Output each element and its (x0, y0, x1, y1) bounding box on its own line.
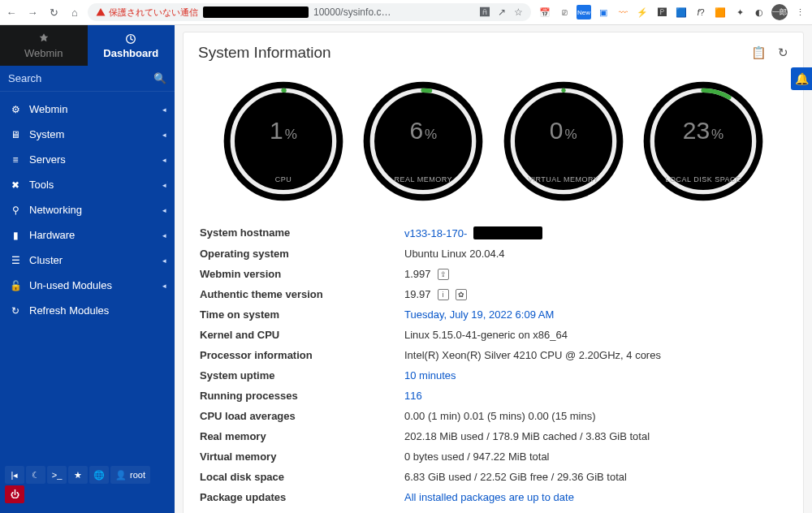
update-icon[interactable]: ⇪ (438, 269, 449, 280)
disk-value: 6.83 GiB used / 22.52 GiB free / 29.36 G… (404, 471, 627, 483)
chevron-left-icon: ◂ (162, 282, 166, 290)
layers-icon: ☰ (10, 255, 21, 266)
nav-servers[interactable]: ≡Servers◂ (0, 147, 175, 172)
url-redacted (203, 6, 309, 18)
bottom-bar: |◂ ☾ >_ ★ 🌐 👤root ⏻ (0, 459, 175, 513)
gear-icon: ⚙ (10, 104, 21, 115)
chevron-left-icon: ◂ (162, 256, 166, 265)
cpu-value: Intel(R) Xeon(R) Silver 4210 CPU @ 2.20G… (404, 349, 661, 361)
vmem-value: 0 bytes used / 947.22 MiB total (404, 450, 550, 463)
chevron-left-icon: ◂ (162, 231, 166, 239)
sidebar: Webmin Dashboard 🔍 ⚙Webmin◂ 🖥System◂ ≡Se… (0, 25, 175, 513)
security-warning-icon: 保護されていない通信 (96, 6, 198, 19)
chevron-left-icon: ◂ (162, 156, 166, 164)
star-icon[interactable]: ☆ (514, 6, 523, 18)
logout-button[interactable]: ⏻ (5, 485, 24, 503)
night-mode-button[interactable]: ☾ (26, 466, 45, 484)
kernel-value: Linux 5.15.0-41-generic on x86_64 (404, 329, 568, 341)
ext-icon[interactable]: 🟧 (713, 5, 728, 19)
ext-icon[interactable]: ▣ (596, 5, 611, 19)
pkg-value[interactable]: All installed packages are up to date (404, 491, 574, 503)
ext-icon-new[interactable]: New (577, 5, 591, 19)
reload-button[interactable]: ↻ (47, 6, 60, 19)
extension-icons: 📅 ⎚ New ▣ 〰 ⚡ 🅿 🟦 f? 🟧 ✦ ◐ 一郎 ⋮ (538, 4, 807, 20)
info-icon[interactable]: i (438, 289, 449, 300)
ext-icon[interactable]: 🟦 (674, 5, 689, 19)
chevron-left-icon: ◂ (162, 206, 166, 214)
dashboard-icon (124, 32, 137, 45)
ext-icon[interactable]: f? (693, 5, 708, 19)
info-table: System hostnamev133-18-170- Operating sy… (198, 222, 788, 507)
nav-tools[interactable]: ✖Tools◂ (0, 172, 175, 197)
settings-icon[interactable]: ✿ (456, 289, 467, 300)
browser-chrome: ← → ↻ ⌂ 保護されていない通信 10000/sysinfo.c… 🅰 ↗ … (0, 0, 812, 25)
ext-icon[interactable]: ◐ (752, 5, 767, 19)
url-bar[interactable]: 保護されていない通信 10000/sysinfo.c… 🅰 ↗ ☆ (88, 3, 531, 21)
gauge-virtual-memory[interactable]: 0% VIRTUAL MEMORY (495, 76, 633, 206)
search-input[interactable] (8, 72, 153, 84)
nav-system[interactable]: 🖥System◂ (0, 122, 175, 147)
reload-panel-icon[interactable]: ↻ (778, 45, 788, 60)
network-icon: ⚲ (10, 205, 21, 216)
theme-version-value: 19.97i✿ (404, 288, 467, 300)
webmin-icon (37, 32, 50, 45)
chevron-left-icon: ◂ (162, 106, 166, 114)
load-value: 0.00 (1 min) 0.01 (5 mins) 0.00 (15 mins… (404, 410, 596, 422)
ext-icon[interactable]: ⚡ (635, 5, 650, 19)
user-icon: 👤 (115, 470, 127, 481)
favorites-button[interactable]: ★ (68, 466, 88, 484)
profile-avatar[interactable]: 一郎 (771, 4, 788, 20)
gauge-disk[interactable]: 23% LOCAL DISK SPACE (634, 76, 772, 206)
nav-refresh[interactable]: ↻Refresh Modules (0, 298, 175, 323)
unlock-icon: 🔓 (10, 280, 21, 291)
extensions-icon[interactable]: ✦ (732, 5, 747, 19)
translate-icon[interactable]: 🅰 (480, 6, 490, 18)
page-title: System Information (198, 44, 331, 62)
nav-menu: ⚙Webmin◂ 🖥System◂ ≡Servers◂ ✖Tools◂ ⚲Net… (0, 92, 175, 323)
ext-icon[interactable]: 〰 (615, 5, 630, 19)
system-info-panel: System Information 📋 ↻ 1% CPU (183, 32, 804, 513)
uptime-value[interactable]: 10 minutes (404, 369, 456, 382)
user-button[interactable]: 👤root (110, 466, 150, 484)
search-icon[interactable]: 🔍 (153, 72, 166, 84)
clipboard-icon[interactable]: 📋 (751, 45, 767, 60)
ext-icon[interactable]: ⎚ (557, 5, 572, 19)
share-icon[interactable]: ↗ (498, 6, 506, 18)
hostname-redacted (473, 226, 542, 239)
ext-icon[interactable]: 🅿 (654, 5, 669, 19)
gauge-real-memory[interactable]: 6% REAL MEMORY (354, 76, 492, 206)
forward-button[interactable]: → (26, 6, 39, 19)
tab-webmin[interactable]: Webmin (0, 25, 88, 66)
webmin-version-value: 1.997⇪ (404, 268, 449, 280)
gauge-cpu[interactable]: 1% CPU (214, 76, 352, 206)
home-button[interactable]: ⌂ (68, 6, 81, 19)
nav-webmin[interactable]: ⚙Webmin◂ (0, 97, 175, 122)
menu-icon: ≡ (10, 154, 21, 166)
time-value[interactable]: Tuesday, July 19, 2022 6:09 AM (404, 308, 554, 321)
monitor-icon: 🖥 (10, 129, 21, 140)
nav-hardware[interactable]: ▮Hardware◂ (0, 222, 175, 248)
procs-value[interactable]: 116 (404, 390, 422, 402)
url-text: 10000/sysinfo.c… (313, 6, 391, 18)
chevron-left-icon: ◂ (162, 181, 166, 189)
menu-icon[interactable]: ⋮ (793, 5, 807, 19)
notifications-tab[interactable]: 🔔 (791, 67, 812, 90)
refresh-icon: ↻ (10, 305, 21, 317)
language-button[interactable]: 🌐 (89, 466, 109, 484)
os-value: Ubuntu Linux 20.04.4 (404, 248, 505, 260)
content-scroll[interactable]: 🔔 System Information 📋 ↻ 1% CPU (175, 25, 812, 513)
hardware-icon: ▮ (10, 230, 21, 241)
tab-dashboard[interactable]: Dashboard (88, 25, 175, 66)
ext-icon[interactable]: 📅 (538, 5, 552, 19)
gauges-row: 1% CPU 6% REAL MEMORY 0% VIRTUAL M (198, 76, 788, 214)
nav-cluster[interactable]: ☰Cluster◂ (0, 248, 175, 273)
nav-unused[interactable]: 🔓Un-used Modules◂ (0, 273, 175, 298)
terminal-button[interactable]: >_ (47, 466, 67, 484)
back-button[interactable]: ← (5, 6, 18, 19)
nav-networking[interactable]: ⚲Networking◂ (0, 197, 175, 222)
tools-icon: ✖ (10, 179, 21, 191)
collapse-button[interactable]: |◂ (5, 466, 24, 484)
hostname-value[interactable]: v133-18-170- (404, 226, 542, 239)
rmem-value: 202.18 MiB used / 178.9 MiB cached / 3.8… (404, 430, 650, 442)
chevron-left-icon: ◂ (162, 131, 166, 139)
